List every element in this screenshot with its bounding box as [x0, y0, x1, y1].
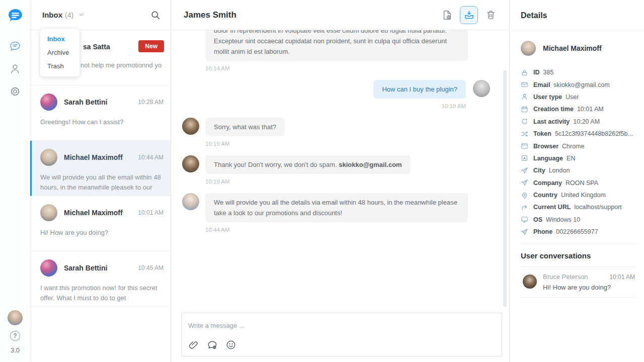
- conversation-name: Sarah Bettini: [64, 98, 107, 106]
- nav-settings[interactable]: [9, 85, 21, 98]
- location-icon: [521, 192, 528, 199]
- note-add-button[interactable]: [441, 9, 454, 22]
- trash-button[interactable]: [484, 9, 497, 22]
- canned-responses-button[interactable]: [207, 339, 218, 351]
- conversation-preview: I want this promotion now! for this secr…: [40, 283, 164, 303]
- message-incoming: dolor in reprehenderit in voluptate veli…: [182, 30, 490, 71]
- message-input[interactable]: [188, 319, 495, 331]
- detail-row-os: OS Windows 10: [521, 214, 636, 226]
- message-email: skiokko@gmail.com: [339, 161, 401, 168]
- message-bubble: Thank you! Don't worry, we don't do spam…: [205, 155, 411, 174]
- detail-row-company: Company ROON SPA: [521, 177, 636, 189]
- inbox-title: Inbox: [42, 11, 62, 19]
- message-incoming: Sorry, what was that? 10:19 AM: [182, 118, 490, 147]
- share-arrow-icon: [521, 204, 528, 211]
- envelope-icon: [521, 81, 528, 88]
- detail-row-token: Token 5c12c3f9374448b8262f5b...: [521, 128, 636, 140]
- detail-row-id: ID 385: [521, 66, 636, 78]
- conversation-name: Michael Maximoff: [64, 153, 123, 161]
- user-conversation-time: 10:01 AM: [609, 274, 635, 281]
- trash-icon: [486, 10, 496, 20]
- avatar: [523, 275, 537, 289]
- search-button[interactable]: [150, 10, 160, 20]
- message-avatar: [182, 193, 199, 210]
- conversation-time: 10:45 AM: [138, 264, 164, 272]
- send-icon: [521, 179, 528, 187]
- dropdown-item-trash[interactable]: Trash: [40, 59, 79, 73]
- conversation-item-selected[interactable]: Michael Maximoff 10:44 AM We will provid…: [30, 141, 171, 196]
- detail-row-creation-time: Creation time 10:01 AM: [521, 103, 636, 115]
- message-avatar: [182, 155, 199, 172]
- chevron-down-icon: [78, 12, 85, 18]
- avatar: [40, 149, 57, 166]
- message-outgoing: How can I buy the plugin? 10:19 AM: [182, 80, 490, 109]
- user-icon: [521, 93, 528, 101]
- user-conversation-item[interactable]: Bruce Peterson 10:01 AM Hi! How are you …: [521, 266, 636, 298]
- refresh-icon: [521, 118, 528, 125]
- message-list: dolor in reprehenderit in voluptate veli…: [171, 30, 504, 308]
- chat-scrollbar[interactable]: [503, 30, 508, 308]
- current-user-avatar[interactable]: [8, 310, 23, 325]
- messages-icon: [9, 40, 21, 52]
- details-fields: ID 385 Email skiokko@gmail.com User type…: [521, 66, 636, 238]
- nav-rail: ? 3.0: [0, 0, 30, 362]
- note-add-icon: [442, 10, 453, 21]
- settings-icon: [9, 85, 21, 98]
- monitor-icon: [521, 216, 528, 223]
- user-conversation-preview: Hi! How are you doing?: [543, 284, 635, 291]
- inbox-dropdown-toggle[interactable]: Inbox (4): [42, 11, 85, 19]
- search-icon: [150, 10, 160, 20]
- lock-icon: [521, 69, 528, 76]
- dropdown-item-archive[interactable]: Archive: [40, 46, 79, 59]
- conversation-preview: We will provide you all the email within…: [40, 172, 164, 193]
- attachment-button[interactable]: [188, 339, 200, 351]
- avatar: [40, 94, 57, 111]
- emoji-button[interactable]: [225, 339, 237, 351]
- message-bubble: Sorry, what was that?: [205, 118, 285, 136]
- detail-row-browser: Browser Chrome: [521, 140, 636, 152]
- rail-bottom: ? 3.0: [0, 310, 30, 354]
- conversation-item[interactable]: Sarah Bettini 10:28 AM Greetings! How ca…: [30, 85, 171, 141]
- details-header: Details: [510, 0, 644, 31]
- language-icon: [521, 154, 528, 162]
- conversation-name: Michael Maximoff: [64, 209, 123, 217]
- conversation-item[interactable]: Michael Maximoff 10:01 AM Hi! How are yo…: [30, 196, 171, 251]
- details-body: Michael Maximoff ID 385 Email skiokko@gm…: [510, 41, 644, 298]
- inbox-count: (4): [65, 11, 73, 19]
- send-icon: [521, 228, 528, 236]
- app-logo[interactable]: [7, 8, 24, 24]
- app-window: ? 3.0 Inbox (4) sa Satta New not help me…: [0, 0, 644, 362]
- dropdown-item-inbox[interactable]: Inbox: [40, 32, 79, 46]
- chat-scrollbar-thumb[interactable]: [503, 70, 507, 307]
- conversation-time: 10:01 AM: [138, 209, 164, 216]
- chat-actions: [441, 6, 497, 24]
- detail-row-last-activity: Last activity 10:20 AM: [521, 116, 636, 128]
- details-title: Details: [521, 11, 547, 20]
- conversation-item[interactable]: Sarah Bettini 10:45 AM I want this promo…: [30, 251, 171, 307]
- send-icon: [521, 167, 528, 174]
- nav-messages[interactable]: [9, 40, 21, 52]
- app-logo-chat-bubble-icon: [7, 8, 24, 24]
- canned-responses-icon: [207, 339, 218, 350]
- message-time: 10:19 AM: [205, 178, 490, 185]
- emoji-icon: [225, 339, 236, 350]
- nav-contacts[interactable]: [9, 63, 21, 75]
- help-button[interactable]: ?: [10, 331, 20, 341]
- user-conversation-name: Bruce Peterson: [543, 273, 588, 281]
- detail-row-city: City London: [521, 164, 636, 176]
- message-incoming: Thank you! Don't worry, we don't do spam…: [182, 155, 490, 185]
- new-badge: New: [138, 40, 164, 52]
- message-avatar: [182, 118, 199, 135]
- detail-row-country: Country United Kingdom: [521, 189, 636, 201]
- inbox-dropdown-menu: Inbox Archive Trash: [40, 29, 79, 76]
- composer: [181, 313, 502, 356]
- details-panel: Details Michael Maximoff ID 385 Email sk…: [509, 0, 644, 362]
- conversation-time: 10:28 AM: [138, 99, 164, 106]
- message-time: 10:19 AM: [205, 141, 490, 147]
- message-bubble: dolor in reprehenderit in voluptate veli…: [205, 30, 468, 61]
- conversation-name: sa Satta: [83, 43, 110, 51]
- archive-download-button[interactable]: [460, 6, 478, 24]
- details-user: Michael Maximoff: [521, 41, 636, 56]
- help-icon: ?: [13, 332, 17, 339]
- calendar-icon: [521, 106, 528, 113]
